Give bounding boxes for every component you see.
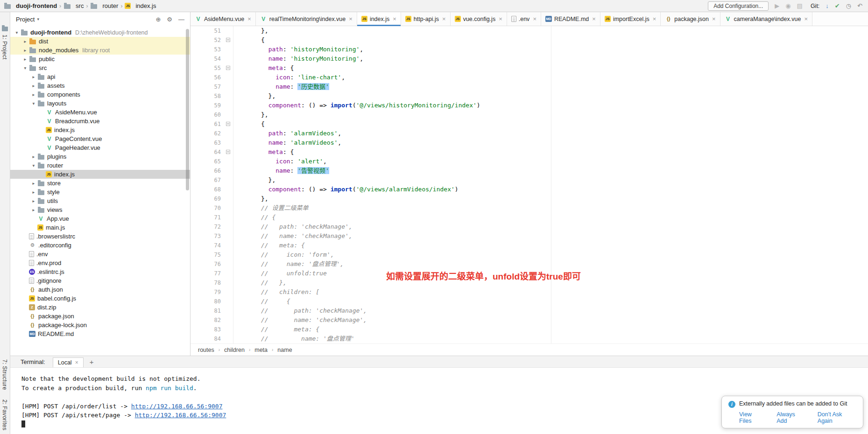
tree-item[interactable]: JSindex.js (10, 170, 190, 179)
commit-icon[interactable]: ✔ (835, 3, 840, 9)
gutter-line[interactable]: 78 (191, 278, 233, 287)
chevron-right-icon[interactable]: ▸ (30, 207, 37, 212)
tree-item[interactable]: Zdist.zip (10, 303, 190, 312)
tree-item[interactable]: .env.prod (10, 259, 190, 267)
gutter-line[interactable]: 59 (191, 101, 233, 110)
gutter-line[interactable]: 81 (191, 306, 233, 315)
sidebar-tab-project[interactable]: 1: Project (1, 35, 8, 60)
gutter-line[interactable]: 68 (191, 185, 233, 194)
tree-item[interactable]: ES.eslintrc.js (10, 267, 190, 276)
tree-item[interactable]: ▸store (10, 179, 190, 188)
add-configuration-button[interactable]: Add Configuration... (708, 1, 769, 11)
terminal-tab-local[interactable]: Local × (53, 357, 84, 367)
gutter-line[interactable]: 56 (191, 73, 233, 82)
hide-panel-icon[interactable]: — (178, 16, 184, 22)
chevron-right-icon[interactable]: ▸ (30, 92, 37, 97)
gutter-line[interactable]: 83 (191, 325, 233, 334)
tab-close-icon[interactable]: × (499, 16, 502, 22)
tree-item[interactable]: ▾router (10, 161, 190, 170)
update-project-icon[interactable]: ↓ (826, 3, 829, 9)
breadcrumb-item[interactable]: duoji-frontend (4, 2, 57, 9)
tree-item[interactable]: .env (10, 250, 190, 259)
locate-file-icon[interactable]: ⊕ (155, 16, 161, 22)
gutter-line[interactable]: 75 (191, 250, 233, 259)
tree-item[interactable]: MDREADME.md (10, 329, 190, 338)
gutter-line[interactable]: 61 (191, 119, 233, 129)
editor-tab[interactable]: JSimportExcel.js× (600, 12, 661, 26)
fold-marker-icon[interactable] (226, 150, 230, 154)
gutter-line[interactable]: 69 (191, 194, 233, 203)
gutter-line[interactable]: 79 (191, 287, 233, 297)
gutter-line[interactable]: 51 (191, 26, 233, 35)
tree-item[interactable]: .gitignore (10, 276, 190, 285)
project-scrollbar[interactable] (186, 29, 189, 190)
tree-item[interactable]: ▸style (10, 188, 190, 196)
tab-close-icon[interactable]: × (804, 16, 808, 22)
terminal-link[interactable]: http://192.168.66.56:9007 (131, 403, 223, 410)
tree-item[interactable]: ▸node_moduleslibrary root (10, 46, 190, 55)
breadcrumb-item[interactable]: JSindex.js (125, 2, 156, 9)
tree-item[interactable]: ▸assets (10, 81, 190, 90)
tree-item[interactable]: ▸views (10, 205, 190, 214)
chevron-right-icon[interactable]: ▸ (30, 74, 37, 79)
rollback-icon[interactable]: ↶ (857, 3, 862, 9)
history-icon[interactable]: ◷ (846, 3, 851, 9)
editor-tab[interactable]: VAsideMenu.vue× (191, 12, 256, 26)
gutter-line[interactable]: 84 (191, 334, 233, 343)
tree-item[interactable]: ▾duoji-frontendD:\zheheWeb\duoji-fronten… (10, 28, 190, 37)
gutter-line[interactable]: 54 (191, 54, 233, 63)
gutter-line[interactable]: 62 (191, 129, 233, 138)
tree-item[interactable]: ▾layouts (10, 99, 190, 108)
gutter-line[interactable]: 57 (191, 82, 233, 91)
fold-marker-icon[interactable] (226, 66, 230, 70)
tree-item[interactable]: {}package-lock.json (10, 321, 190, 329)
fold-marker-icon[interactable] (226, 38, 230, 42)
sidebar-tab-favorites[interactable]: 2: Favorites (1, 399, 8, 430)
tree-item[interactable]: ▸utils (10, 196, 190, 205)
tab-close-icon[interactable]: × (442, 16, 446, 22)
tree-item[interactable]: ▾src (10, 63, 190, 72)
gutter-line[interactable]: 63 (191, 138, 233, 147)
chevron-right-icon[interactable]: ▸ (21, 48, 29, 53)
tree-item[interactable]: {}auth.json (10, 285, 190, 294)
tree-item[interactable]: JSbabel.config.js (10, 294, 190, 303)
notification-action[interactable]: Don't Ask Again (818, 411, 856, 424)
tab-close-icon[interactable]: × (247, 16, 251, 22)
terminal-link[interactable]: http://192.168.66.56:9007 (135, 412, 226, 419)
tree-item[interactable]: ▸plugins (10, 152, 190, 161)
chevron-right-icon[interactable]: ▸ (30, 154, 37, 159)
tree-item[interactable]: VPageContent.vue (10, 134, 190, 143)
editor-tab[interactable]: VrealTimeMonitoring\index.vue× (256, 12, 357, 26)
editor-tab[interactable]: VcameraManage\index.vue× (720, 12, 812, 26)
sidebar-tab-structure[interactable]: 7: Structure (1, 359, 8, 390)
chevron-right-icon[interactable]: ▸ (21, 39, 29, 44)
notification-action[interactable]: Always Add (776, 411, 805, 424)
new-terminal-icon[interactable]: + (90, 358, 94, 365)
fold-marker-icon[interactable] (226, 122, 230, 126)
tree-item[interactable]: VAsideMenu.vue (10, 108, 190, 117)
breadcrumb-item[interactable]: router (90, 2, 118, 9)
tab-close-icon[interactable]: × (592, 16, 596, 22)
tool-windows-icon[interactable]: ▤ (797, 3, 803, 9)
gutter-line[interactable]: 74 (191, 241, 233, 250)
editor-breadcrumb-item[interactable]: children (224, 347, 245, 353)
editor-tab[interactable]: JSindex.js× (357, 12, 401, 26)
gutter-line[interactable]: 70 (191, 203, 233, 213)
gutter-line[interactable]: 52 (191, 35, 233, 45)
debug-icon[interactable]: ◉ (785, 3, 790, 9)
gutter-line[interactable]: 58 (191, 91, 233, 101)
tab-close-icon[interactable]: × (393, 16, 396, 22)
tab-close-icon[interactable]: × (349, 16, 353, 22)
editor-tab[interactable]: JSvue.config.js× (451, 12, 507, 26)
tab-close-icon[interactable]: × (653, 16, 656, 22)
tree-item[interactable]: ▸api (10, 72, 190, 81)
gutter-line[interactable]: 71 (191, 213, 233, 222)
run-icon[interactable]: ▶ (775, 3, 779, 9)
notification-action[interactable]: View Files (739, 411, 764, 424)
tab-close-icon[interactable]: × (533, 16, 536, 22)
editor-breadcrumb-item[interactable]: routes (198, 347, 214, 353)
chevron-right-icon[interactable]: ▸ (30, 181, 37, 186)
tree-item[interactable]: {}package.json (10, 312, 190, 321)
gutter-line[interactable]: 67 (191, 175, 233, 185)
gutter-line[interactable]: 60 (191, 110, 233, 119)
